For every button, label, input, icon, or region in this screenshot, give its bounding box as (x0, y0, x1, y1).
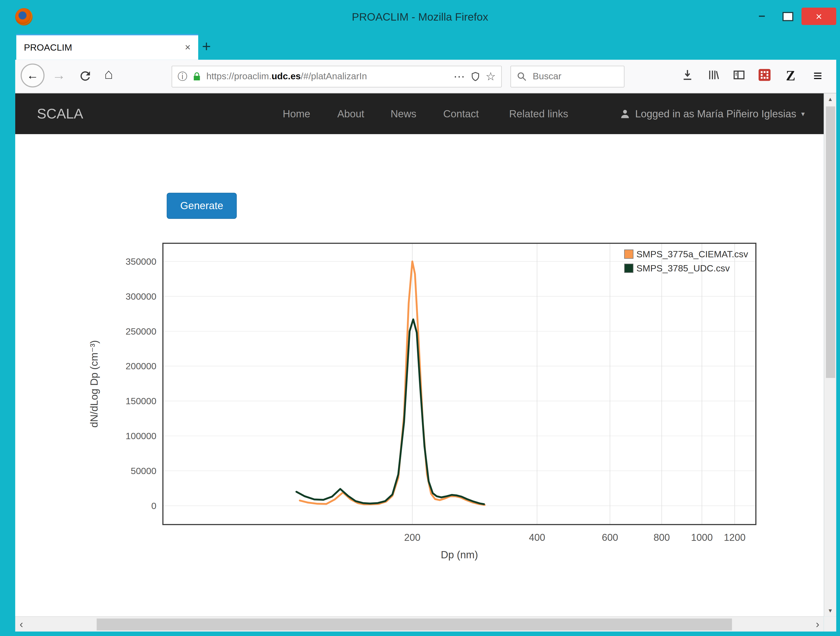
chevron-down-icon: ▾ (801, 110, 805, 118)
generate-button[interactable]: Generate (167, 193, 237, 219)
y-axis-title: dN/dLog Dp (cm⁻³) (88, 340, 100, 428)
nav-item-about[interactable]: About (337, 93, 364, 134)
x-tick-label: 400 (529, 532, 545, 543)
reload-button[interactable] (78, 69, 92, 83)
library-button[interactable] (706, 68, 721, 84)
nav-item-home[interactable]: Home (283, 93, 310, 134)
horizontal-scrollbar-thumb[interactable] (97, 619, 732, 630)
series-line (300, 261, 485, 505)
x-axis-title: Dp (nm) (441, 549, 478, 560)
forward-button[interactable]: → (52, 68, 66, 83)
maximize-icon (782, 12, 793, 21)
navigation-toolbar: ← → ⌂ ⓘ https://proaclim.udc.es/#/platAn… (15, 60, 836, 93)
y-tick-label: 200000 (126, 361, 156, 371)
user-label: Logged in as María Piñeiro Iglesias (635, 108, 796, 120)
series-line (296, 319, 484, 504)
y-tick-label: 100000 (126, 431, 156, 441)
user-menu[interactable]: Logged in as María Piñeiro Iglesias ▾ (619, 93, 805, 134)
scrollbar-corner (824, 616, 836, 631)
legend-label: SMPS_3775a_CIEMAT.csv (636, 249, 748, 259)
nav-item-related-links[interactable]: Related links (509, 93, 568, 134)
firefox-window: PROACLIM - Mozilla Firefox – × PROACLIM … (0, 0, 840, 636)
library-icon (707, 68, 720, 82)
downloads-button[interactable] (680, 68, 695, 84)
vertical-scrollbar[interactable]: ▲ ▼ (824, 93, 836, 616)
plot-border (163, 243, 756, 524)
x-tick-label: 600 (602, 532, 618, 543)
extension-button[interactable] (757, 68, 772, 84)
shield-icon[interactable] (470, 71, 481, 82)
new-tab-button[interactable]: + (202, 36, 211, 58)
nav-item-contact[interactable]: Contact (443, 93, 479, 134)
x-tick-label: 1200 (724, 532, 745, 543)
page-content: SCALA Home About News Contact Related li… (15, 93, 824, 616)
y-tick-label: 300000 (126, 291, 156, 301)
minimize-button[interactable]: – (753, 8, 771, 25)
zotero-button[interactable]: Z (783, 68, 798, 84)
legend-swatch (625, 264, 633, 273)
y-tick-label: 250000 (126, 326, 156, 336)
maximize-button[interactable] (778, 8, 797, 25)
https-padlock-icon (192, 71, 201, 82)
x-tick-label: 1000 (691, 532, 713, 543)
search-icon (516, 71, 527, 82)
legend-label: SMPS_3785_UDC.csv (636, 263, 730, 273)
vertical-scrollbar-thumb[interactable] (826, 106, 835, 378)
legend-swatch (625, 250, 633, 259)
chart-svg: 0500001000001500002000002500003000003500… (82, 239, 766, 565)
url-text: https://proaclim.udc.es/#/platAnalizarIn (206, 71, 448, 82)
nav-item-news[interactable]: News (390, 93, 416, 134)
y-tick-label: 150000 (126, 396, 156, 406)
search-bar[interactable] (510, 66, 624, 87)
close-button[interactable]: × (802, 8, 836, 25)
y-tick-label: 50000 (131, 466, 156, 476)
reload-icon (78, 69, 92, 83)
sidebar-button[interactable] (731, 68, 747, 84)
page-info-icon[interactable]: ⓘ (178, 70, 188, 83)
y-tick-label: 0 (151, 501, 156, 511)
x-tick-label: 800 (654, 532, 670, 543)
bookmark-star-icon[interactable]: ☆ (485, 70, 496, 83)
sidebar-icon (733, 68, 745, 82)
x-tick-label: 200 (404, 532, 420, 543)
tab-title: PROACLIM (24, 42, 185, 53)
back-button[interactable]: ← (21, 64, 44, 88)
search-input[interactable] (532, 71, 619, 82)
site-navbar: SCALA Home About News Contact Related li… (15, 93, 824, 134)
menu-button[interactable]: ≡ (810, 68, 826, 84)
url-bar[interactable]: ⓘ https://proaclim.udc.es/#/platAnalizar… (172, 66, 502, 87)
scroll-left-arrow[interactable]: ‹ (19, 617, 23, 631)
red-extension-icon (758, 68, 771, 82)
window-titlebar: PROACLIM - Mozilla Firefox – × (0, 0, 840, 33)
scroll-right-arrow[interactable]: › (816, 617, 819, 631)
scroll-up-arrow[interactable]: ▲ (824, 96, 836, 102)
window-title: PROACLIM - Mozilla Firefox (0, 0, 840, 33)
brand-scala[interactable]: SCALA (37, 93, 83, 134)
tab-proaclim[interactable]: PROACLIM × (16, 34, 198, 60)
page-actions-icon[interactable]: ⋯ (453, 70, 465, 83)
user-icon (619, 108, 630, 119)
url-scheme: https://proaclim. (206, 71, 272, 82)
horizontal-scrollbar[interactable]: ‹ › (15, 616, 824, 631)
tab-close-icon[interactable]: × (185, 42, 191, 53)
url-domain: udc.es (272, 71, 301, 82)
y-tick-label: 350000 (126, 256, 156, 267)
download-icon (681, 68, 694, 82)
scroll-down-arrow[interactable]: ▼ (824, 608, 836, 614)
url-path: /#/platAnalizarIn (301, 71, 367, 82)
home-button[interactable]: ⌂ (104, 66, 113, 82)
